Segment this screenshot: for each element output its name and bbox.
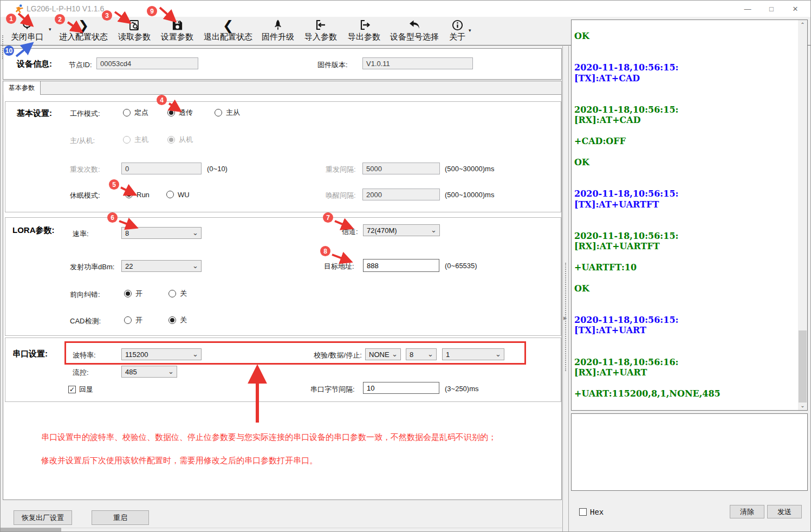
firmware-version-field[interactable]: V1.0.11 [362, 57, 473, 69]
tx-power-select[interactable]: 22 ⌄ [121, 260, 202, 272]
node-id-label: 节点ID: [69, 60, 92, 70]
window-controls: — □ ✕ [736, 1, 807, 17]
fec-option-off[interactable]: 关 [168, 289, 187, 298]
log-line: 2020-11-18,10:56:15: [574, 189, 796, 199]
scroll-up-icon[interactable]: ⌃ [798, 20, 807, 29]
flow-control-select[interactable]: 485 ⌄ [121, 366, 177, 378]
echo-checkbox-row[interactable]: 回显 [68, 385, 93, 394]
radio-checked[interactable] [168, 316, 176, 324]
minimize-button[interactable]: — [736, 1, 760, 17]
radio-unchecked[interactable] [123, 109, 131, 116]
log-line: +UART:115200,8,1,NONE,485 [574, 388, 796, 399]
log-line: OK [574, 410, 796, 411]
rate-label: 速率: [73, 229, 89, 239]
parity-data-stop-label: 校验/数据/停止: [314, 351, 362, 360]
maximize-button[interactable]: □ [760, 1, 783, 17]
device-model-select-button[interactable]: 设备型号选择 [387, 17, 442, 44]
chevron-left-icon: ❮ [223, 17, 233, 31]
rate-select[interactable]: 8 ⌄ [121, 227, 202, 239]
app-logo-icon [15, 4, 24, 14]
work-mode-option-zhucong[interactable]: 主从 [215, 108, 240, 117]
sleep-option-run[interactable]: Run [125, 190, 150, 199]
about-button[interactable]: 关于 [445, 17, 470, 44]
serial-section-label: 串口设置: [12, 349, 48, 359]
pin-check-icon [21, 17, 34, 31]
resend-interval-range: (500~30000)ms [445, 165, 494, 173]
stop-bits-select[interactable]: 1 ⌄ [442, 348, 504, 360]
reply-arrow-icon [408, 17, 421, 31]
fec-option-on[interactable]: 开 [124, 289, 142, 298]
chevron-down-icon: ⌄ [495, 352, 504, 357]
import-icon [314, 17, 327, 31]
tab-basic-params[interactable]: 基本参数 [3, 81, 41, 95]
clear-button[interactable]: 清除 [730, 505, 764, 518]
horizontal-scrollbar-thumb[interactable] [1, 528, 61, 532]
fec-label: 前向纠错: [70, 290, 100, 300]
doc-search-icon [128, 17, 141, 31]
splitter-collapse-icon[interactable]: ▸ [563, 314, 567, 322]
log-line: +UARTFT:10 [574, 262, 796, 273]
radio-checked-disabled [167, 136, 175, 144]
log-scrollbar-thumb[interactable] [799, 330, 807, 403]
work-mode-option-touchuan[interactable]: 透传 [167, 108, 193, 117]
radio-checked[interactable] [167, 109, 175, 116]
send-button[interactable]: 发送 [767, 505, 802, 518]
resend-count-label: 重发次数: [70, 165, 100, 174]
target-address-label: 目标地址: [324, 262, 354, 271]
hex-checkbox[interactable] [579, 508, 587, 516]
radio-unchecked[interactable] [215, 109, 222, 116]
info-icon [451, 17, 464, 31]
cad-option-off[interactable]: 关 [168, 316, 187, 325]
parity-select[interactable]: NONE ⌄ [365, 348, 401, 360]
about-dropdown-caret[interactable]: ▾ [469, 28, 471, 33]
save-icon [171, 17, 184, 31]
byte-interval-range: (3~250)ms [445, 385, 479, 393]
channel-select[interactable]: 72(470M) ⌄ [363, 224, 440, 236]
horizontal-scrollbar[interactable] [1, 528, 562, 532]
log-line: OK [574, 31, 796, 41]
data-bits-select[interactable]: 8 ⌄ [406, 348, 437, 360]
radio-checked[interactable] [124, 290, 132, 297]
resend-interval-field: 5000 [362, 163, 440, 174]
log-output[interactable]: OK 2020-11-18,10:56:15:[TX]:AT+CAD 2020-… [571, 20, 808, 411]
target-address-field[interactable]: 888 [363, 259, 439, 272]
read-params-button[interactable]: 读取参数 [115, 17, 153, 44]
chevron-down-icon: ⌄ [192, 263, 201, 269]
radio-checked[interactable] [125, 191, 133, 198]
firmware-upgrade-button[interactable]: 固件升级 [258, 17, 297, 44]
echo-checkbox[interactable] [68, 386, 76, 393]
cad-label: CAD检测: [70, 316, 101, 326]
step-badge-8: 8 [320, 246, 330, 256]
restart-button[interactable]: 重启 [92, 510, 149, 525]
exit-config-button[interactable]: ❮ 退出配置状态 [200, 17, 256, 44]
factory-reset-button[interactable]: 恢复出厂设置 [14, 510, 72, 525]
import-params-button[interactable]: 导入参数 [302, 17, 340, 44]
resend-count-range: (0~10) [207, 165, 228, 173]
chevron-down-icon: ⌄ [192, 352, 201, 357]
baud-rate-select[interactable]: 115200 ⌄ [121, 348, 202, 360]
log-scrollbar[interactable]: ⌃ ⌄ [798, 20, 807, 410]
radio-unchecked[interactable] [168, 290, 176, 297]
radio-unchecked[interactable] [166, 191, 174, 198]
write-params-button[interactable]: 设置参数 [158, 17, 196, 44]
byte-interval-label: 串口字节间隔: [310, 385, 355, 394]
chevron-right-icon: ❯ [78, 17, 89, 31]
close-button[interactable]: ✕ [783, 1, 807, 17]
radio-unchecked[interactable] [124, 316, 132, 324]
flow-control-label: 流控: [73, 368, 89, 378]
cad-option-on[interactable]: 开 [124, 316, 142, 325]
node-id-field[interactable]: 00053cd4 [96, 57, 198, 69]
export-params-button[interactable]: 导出参数 [345, 17, 383, 44]
close-serial-dropdown-caret[interactable]: ▾ [49, 27, 51, 32]
log-line: 2020-11-18,10:56:15: [574, 62, 796, 73]
work-mode-option-dingdian[interactable]: 定点 [123, 108, 148, 117]
byte-interval-field[interactable]: 10 [363, 382, 439, 394]
tab-strip: 基本参数 [3, 81, 562, 95]
export-icon [358, 17, 371, 31]
panel-splitter[interactable]: ▸ [562, 46, 569, 532]
scroll-down-icon[interactable]: ⌄ [798, 401, 807, 410]
log-line: OK [574, 283, 796, 294]
hex-checkbox-row[interactable]: Hex [579, 508, 604, 516]
sleep-option-wu[interactable]: WU [166, 190, 190, 199]
send-input-area[interactable] [571, 413, 808, 491]
